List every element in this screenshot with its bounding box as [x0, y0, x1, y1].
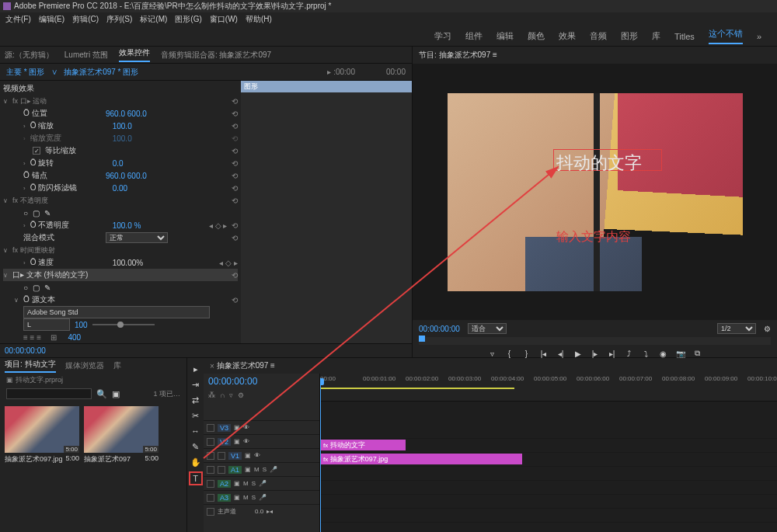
mask-ellipse-icon[interactable]: ○ — [23, 283, 28, 292]
goto-out-icon[interactable]: ▸| — [607, 348, 618, 359]
menu-file[interactable]: 文件(F) — [3, 14, 33, 25]
ws-titles[interactable]: Titles — [674, 32, 695, 41]
menu-clip[interactable]: 剪辑(C) — [70, 14, 101, 25]
uniform-checkbox[interactable]: ✓ — [33, 147, 40, 155]
lane-master[interactable] — [320, 509, 777, 523]
hand-tool[interactable]: ✋ — [190, 456, 202, 468]
scale-toggle[interactable]: › — [23, 123, 26, 130]
fontsize-slider[interactable] — [92, 324, 155, 325]
bin-item[interactable]: 5:00 抽象派艺术097.jpg5:00 — [5, 406, 79, 527]
lane-v2[interactable]: fx 抖动的文字 — [320, 439, 777, 453]
slip-tool[interactable]: ↔ — [190, 425, 202, 437]
track-toggle[interactable] — [207, 438, 214, 446]
scale-value[interactable]: 100.0 — [113, 122, 132, 130]
track-toggle[interactable] — [207, 494, 214, 502]
master-track[interactable]: 主声道 — [218, 507, 236, 516]
marker-icon[interactable]: ▿ — [229, 391, 233, 399]
program-playhead[interactable] — [419, 336, 425, 342]
work-area-bar[interactable] — [320, 388, 514, 389]
anchor-value[interactable]: 960.0 600.0 — [106, 172, 147, 180]
program-timecode[interactable]: 00:00:00:00 — [419, 325, 460, 333]
timeremap-toggle[interactable]: ∨ — [3, 247, 8, 254]
timeline-timecode[interactable]: 00:00:00:00 — [204, 374, 319, 389]
clip-video[interactable]: fx 抽象派艺术097.jpg — [320, 454, 522, 464]
clip-text[interactable]: fx 抖动的文字 — [320, 440, 406, 450]
timeline-ruler[interactable]: 00:00 00:00:01:00 00:00:02:00 00:00:03:0… — [320, 374, 777, 402]
track-toggle[interactable] — [207, 466, 214, 474]
rotation-value[interactable]: 0.0 — [113, 159, 124, 168]
reset-icon[interactable]: ⟲ — [232, 184, 238, 193]
track-select-tool[interactable]: ⇥ — [190, 378, 202, 391]
reset-icon[interactable]: ⟲ — [232, 122, 238, 130]
font-select[interactable]: Adobe Song Std — [23, 306, 210, 318]
textlayer-toggle[interactable]: ∨ — [3, 272, 8, 279]
ws-graphics[interactable]: 图形 — [621, 30, 638, 42]
settings-icon[interactable]: ⚙ — [764, 325, 771, 333]
tab-audio-mixer[interactable]: 音频剪辑混合器: 抽象派艺术097 — [161, 50, 271, 61]
reset-icon[interactable]: ⟲ — [232, 159, 238, 168]
tab-effect-controls[interactable]: 效果控件 — [119, 47, 150, 62]
menu-sequence[interactable]: 序列(S) — [104, 14, 134, 25]
timeline-playhead[interactable] — [320, 383, 321, 532]
mask-rect-icon[interactable]: ▢ — [33, 209, 40, 217]
pen-tool[interactable]: ✎ — [190, 440, 202, 453]
reset-icon[interactable]: ⟲ — [232, 172, 238, 180]
track-a3[interactable]: A3 — [218, 494, 231, 502]
program-monitor[interactable]: 抖动的文字 输入文字内容 — [413, 64, 777, 320]
out-icon[interactable]: } — [521, 348, 532, 359]
mask-pen-icon[interactable]: ✎ — [44, 283, 51, 292]
ws-libraries[interactable]: 库 — [652, 30, 660, 42]
position-value[interactable]: 960.0 600.0 — [106, 110, 147, 118]
text-layer-overlay[interactable]: 抖动的文字 — [556, 151, 642, 175]
resolution-select[interactable]: 1/2 — [717, 323, 756, 334]
lane-v3[interactable] — [320, 425, 777, 439]
lane-a3[interactable] — [320, 495, 777, 509]
ripple-tool[interactable]: ⇄ — [190, 394, 202, 406]
menu-edit[interactable]: 编辑(E) — [37, 14, 67, 25]
fit-select[interactable]: 适合 — [468, 323, 507, 334]
fontsize-value[interactable]: 100 — [75, 321, 88, 329]
selection-tool[interactable]: ▸ — [190, 363, 202, 375]
search-icon[interactable]: 🔍 — [96, 389, 107, 399]
ws-custom[interactable]: 这个不错 — [709, 28, 743, 44]
track-toggle[interactable] — [207, 480, 214, 488]
reset-icon[interactable]: ⟲ — [232, 196, 238, 205]
track-toggle[interactable] — [207, 452, 214, 460]
track-toggle[interactable] — [207, 424, 214, 432]
reset-icon[interactable]: ⟲ — [232, 97, 238, 106]
tab-source[interactable]: 源:（无剪辑） — [5, 50, 54, 61]
tab-libraries[interactable]: 库 — [113, 360, 121, 371]
in-icon[interactable]: { — [504, 348, 515, 359]
menu-window[interactable]: 窗口(W) — [207, 14, 240, 25]
tab-project[interactable]: 项目: 抖动文字 — [5, 359, 56, 373]
step-fwd-icon[interactable]: |▸ — [590, 348, 601, 359]
track-a2[interactable]: A2 — [218, 480, 231, 488]
mask-ellipse-icon[interactable]: ○ — [23, 209, 28, 217]
program-ruler[interactable] — [419, 337, 771, 345]
ws-assembly[interactable]: 组件 — [465, 30, 483, 42]
menu-help[interactable]: 帮助(H) — [243, 14, 274, 25]
bin-grid[interactable]: 5:00 抽象派艺术097.jpg5:00 5:00 抽象派艺术0975:00 — [0, 402, 186, 532]
ws-learn[interactable]: 学习 — [434, 30, 451, 42]
settings-icon[interactable]: ⚙ — [238, 391, 244, 399]
motion-toggle[interactable]: ∨ — [3, 98, 8, 105]
lift-icon[interactable]: ⤴ — [624, 348, 635, 359]
reset-icon[interactable]: ⟲ — [232, 271, 238, 280]
lane-a1[interactable] — [320, 467, 777, 481]
lane-a2[interactable] — [320, 481, 777, 495]
compare-icon[interactable]: ⧉ — [692, 348, 703, 359]
speed-value[interactable]: 100.00% — [113, 259, 143, 267]
ws-color[interactable]: 颜色 — [528, 30, 545, 42]
sequence-name[interactable]: 抽象派艺术097 ≡ — [217, 360, 275, 371]
export-frame-icon[interactable]: ◉ — [658, 348, 669, 359]
link-icon[interactable]: ∩ — [220, 391, 225, 399]
bin-item[interactable]: 5:00 抽象派艺术0975:00 — [84, 406, 159, 527]
reset-icon[interactable]: ⟲ — [232, 147, 238, 155]
reset-icon[interactable]: ⟲ — [232, 234, 238, 242]
opacity-toggle[interactable]: ∨ — [3, 197, 8, 204]
antiflicker-value[interactable]: 0.00 — [113, 184, 127, 193]
menu-marker[interactable]: 标记(M) — [138, 14, 169, 25]
track-v2[interactable]: V2 — [218, 438, 231, 446]
timeline-tracks[interactable]: 00:00 00:00:01:00 00:00:02:00 00:00:03:0… — [320, 374, 777, 532]
ws-more-icon[interactable]: » — [757, 32, 761, 41]
